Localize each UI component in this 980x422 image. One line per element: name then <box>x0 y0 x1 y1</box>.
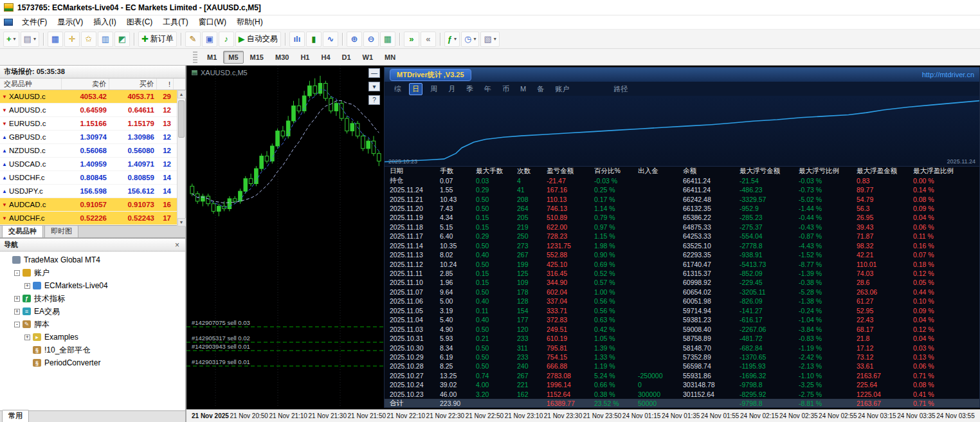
scrollbar-thumb[interactable] <box>178 100 185 138</box>
panel-menu-button[interactable]: ▾ <box>368 82 380 91</box>
expand-icon[interactable]: + <box>24 283 30 289</box>
market-watch-row[interactable]: ▲NZDUSD.c0.560680.5608012 <box>0 144 185 158</box>
timeframe-MN[interactable]: MN <box>379 51 401 64</box>
tile-windows-button[interactable]: ▦ <box>380 32 395 47</box>
market-watch-row[interactable]: ▲USDCHF.c0.808450.8085914 <box>0 171 185 185</box>
timeframe-H1[interactable]: H1 <box>295 51 314 64</box>
bar-chart-button[interactable]: ılı <box>289 32 305 47</box>
toolbar-grip-icon[interactable] <box>193 51 197 63</box>
metaeditor-button[interactable]: ✎ <box>185 32 201 47</box>
mw-tab-交易品种[interactable]: 交易品种 <box>2 225 43 237</box>
candlestick-button[interactable]: ▮ <box>306 32 322 47</box>
mtd-tab-周[interactable]: 周 <box>427 83 440 95</box>
menu-帮助(H)[interactable]: 帮助(H) <box>231 15 268 29</box>
market-watch-row[interactable]: ▼XAUUSD.c4053.424053.7129 <box>0 90 185 104</box>
mw-column-![interactable]: ! <box>157 78 174 89</box>
nav-tab-常用[interactable]: 常用 <box>2 410 29 422</box>
auto-scroll-button[interactable]: » <box>404 32 419 47</box>
nav-item-TradeMax Global MT4[interactable]: TradeMax Global MT4 <box>0 253 185 266</box>
panel-help-button[interactable]: ? <box>368 95 380 105</box>
market-watch-row[interactable]: ▲GBPUSD.c1.309741.3098612 <box>0 131 185 144</box>
bid-price: 0.64599 <box>62 106 109 114</box>
profiles-button[interactable]: ▤▾ <box>21 32 39 47</box>
market-watch-row[interactable]: ▼AUDUSD.c0.645990.6461112 <box>0 104 185 117</box>
timeframe-D1[interactable]: D1 <box>337 51 356 64</box>
market-watch-tabs: 交易品种即时图 <box>0 225 185 237</box>
nav-item-脚本[interactable]: -✎脚本 <box>0 318 185 331</box>
mtd-tab-M[interactable]: M <box>517 84 529 94</box>
market-watch-row[interactable]: ▼EURUSD.c1.151661.1517913 <box>0 117 185 131</box>
timeframe-M1[interactable]: M1 <box>202 51 222 64</box>
autotrading-button[interactable]: ▶自动交易 <box>235 32 281 47</box>
periods-button[interactable]: ◷▾ <box>461 32 479 47</box>
price-chart[interactable]: #142907075 sell 0.03#142905317 sell 0.02… <box>186 66 384 408</box>
zoom-out-button[interactable]: ⊖ <box>363 32 379 47</box>
mtd-tab-季[interactable]: 季 <box>463 83 476 95</box>
menu-图表(C)[interactable]: 图表(C) <box>122 15 158 29</box>
mtd-tab-综[interactable]: 综 <box>391 83 404 95</box>
expand-icon[interactable]: + <box>14 309 20 315</box>
nav-item-ECMarkets-Live04[interactable]: +ECMarkets-Live04 <box>0 279 185 292</box>
mtd-tab-path[interactable]: 路径 <box>610 83 631 95</box>
timeframe-M15[interactable]: M15 <box>245 51 269 64</box>
menu-显示(V)[interactable]: 显示(V) <box>52 15 88 29</box>
nav-item-账户[interactable]: -账户 <box>0 266 185 279</box>
timeframe-M30[interactable]: M30 <box>270 51 294 64</box>
expand-icon[interactable]: + <box>24 335 30 340</box>
mtd-tab-日[interactable]: 日 <box>409 83 422 95</box>
time-label: 21 Nov 21:10 <box>269 412 307 419</box>
nav-item-!10_全部平仓[interactable]: §!10_全部平仓 <box>0 344 185 356</box>
collapse-icon[interactable]: - <box>14 270 20 276</box>
mw-column-交易品种[interactable]: 交易品种 <box>0 78 62 89</box>
terminal-toggle[interactable]: ▥ <box>98 32 113 47</box>
print-button[interactable]: ▣ <box>202 32 217 47</box>
strategy-tester-toggle[interactable]: ◩ <box>114 32 130 47</box>
market-watch-row[interactable]: ▲USDJPY.c156.598156.61214 <box>0 185 185 198</box>
market-watch-row[interactable]: ▼AUDCHF.c0.522260.5224317 <box>0 212 185 225</box>
chart-window-icon[interactable] <box>4 19 13 26</box>
mtd-tab-备[interactable]: 备 <box>534 83 547 95</box>
mw-tab-即时图[interactable]: 即时图 <box>44 225 78 237</box>
close-icon[interactable]: × <box>173 241 181 250</box>
nav-item-PeriodConverter[interactable]: §PeriodConverter <box>0 356 185 369</box>
scroll-down-icon[interactable]: ▼ <box>177 218 186 226</box>
new-chart-button[interactable]: +▾ <box>3 32 19 47</box>
data-window-toggle[interactable]: ✛ <box>64 32 80 47</box>
nav-item-技术指标[interactable]: +ƒ技术指标 <box>0 292 185 305</box>
mtd-tab-年[interactable]: 年 <box>481 83 495 95</box>
mtdriver-url-link[interactable]: http://mtdriver.cn <box>922 71 974 78</box>
nav-item-EA交易[interactable]: +≡EA交易 <box>0 305 185 318</box>
collapse-icon[interactable]: - <box>14 322 20 327</box>
timeframe-M5[interactable]: M5 <box>223 51 243 64</box>
line-chart-button[interactable]: ∿ <box>323 32 338 47</box>
timeframe-W1[interactable]: W1 <box>358 51 379 64</box>
nav-item-Examples[interactable]: +▸Examples <box>0 331 185 344</box>
alerts-button[interactable]: ♪ <box>219 32 234 47</box>
collapse-panel-button[interactable]: — <box>368 68 380 78</box>
menu-文件(F)[interactable]: 文件(F) <box>17 15 52 29</box>
mw-column-买价[interactable]: 买价 <box>109 78 157 89</box>
mtd-tab-币[interactable]: 币 <box>499 83 513 95</box>
mw-column-卖价[interactable]: 卖价 <box>62 78 109 89</box>
navigator-toggle[interactable]: ✩ <box>81 32 96 47</box>
menu-窗口(W)[interactable]: 窗口(W) <box>194 15 231 29</box>
market-watch-toggle[interactable]: ▦ <box>48 32 63 47</box>
timeframe-H4[interactable]: H4 <box>316 51 335 64</box>
mtd-tab-月[interactable]: 月 <box>445 83 458 95</box>
market-watch-row[interactable]: ▼AUDCAD.c0.910570.9107316 <box>0 198 185 212</box>
market-watch-row[interactable]: ▲USDCAD.c1.409591.4097112 <box>0 158 185 171</box>
market-watch-scrollbar[interactable]: ▲ ▼ <box>177 90 185 226</box>
scroll-up-icon[interactable]: ▲ <box>177 90 186 98</box>
menu-工具(T)[interactable]: 工具(T) <box>158 15 193 29</box>
down-tick-icon: ▼ <box>0 94 9 100</box>
menu-插入(I)[interactable]: 插入(I) <box>88 15 121 29</box>
templates-button[interactable]: ▧▾ <box>480 32 499 47</box>
mtdriver-title[interactable]: MTDriver统计 ,V3.25 <box>390 69 471 81</box>
zoom-in-button[interactable]: ⊕ <box>347 32 362 47</box>
indicators-button[interactable]: ƒ▾ <box>444 32 460 47</box>
chart-shift-button[interactable]: « <box>421 32 436 47</box>
new-order-button[interactable]: ✚新订单 <box>138 32 177 47</box>
scrollbar-track[interactable] <box>177 98 186 218</box>
expand-icon[interactable]: + <box>14 296 20 302</box>
mtd-tab-账户[interactable]: 账户 <box>552 83 572 95</box>
